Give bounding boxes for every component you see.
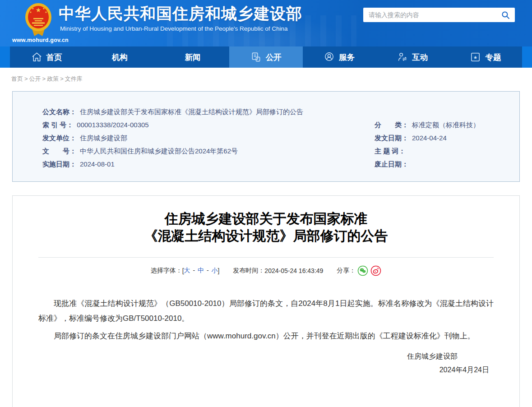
doc-field-title: 公文名称：住房城乡建设部关于发布国家标准《混凝土结构设计规范》局部修订的公告 — [42, 105, 519, 118]
doc-field-value: 000013338/2024-00305 — [77, 118, 148, 131]
article-meta-bar: 选择字体：[大 - 中 - 小] 发布时间：2024-05-24 16:43:4… — [38, 265, 494, 276]
nav-item-services[interactable]: 服务 — [303, 46, 376, 68]
share-label: 分享： — [337, 267, 356, 275]
doc-field-label: 发文单位： — [42, 131, 76, 144]
svg-text:★: ★ — [42, 7, 45, 10]
signature-date: 2024年4月24日 — [38, 363, 494, 377]
font-size-separator: - — [191, 267, 197, 274]
signature-name: 住房城乡建设部 — [38, 350, 494, 363]
breadcrumb: 首页>公开>政策>文件库 — [0, 68, 532, 91]
breadcrumb-item[interactable]: 公开 — [29, 75, 41, 82]
doc-field-label: 文 号： — [42, 144, 76, 157]
publish-time-label: 发布时间： — [233, 267, 264, 275]
site-header: ★ ★ ★ ★ ★ www.mohurd.gov.cn 中华人民共和国住房和城乡… — [0, 0, 532, 46]
article-paragraph: 局部修订的条文在住房城乡建设部门户网站（www.mohurd.gov.cn）公开… — [38, 328, 494, 343]
nav-item-open[interactable]: 公开 — [229, 46, 302, 68]
doc-info-full-row: 公文名称：住房城乡建设部关于发布国家标准《混凝土结构设计规范》局部修订的公告 — [42, 105, 519, 118]
breadcrumb-item[interactable]: 首页 — [11, 75, 23, 82]
doc-field-value: 标准定额（标准科技） — [412, 118, 480, 131]
site-url: www.mohurd.gov.cn — [12, 37, 69, 43]
doc-field-abolish-date: 废止日期： — [375, 157, 519, 171]
doc-field-doc-no: 文 号：中华人民共和国住房和城乡建设部公告2024年第62号 — [42, 144, 375, 157]
wechat-share-icon[interactable] — [357, 265, 368, 276]
doc-info-box: 公文名称：住房城乡建设部关于发布国家标准《混凝土结构设计规范》局部修订的公告 索… — [12, 91, 520, 182]
nav-item-label: 机构 — [112, 52, 128, 63]
site-title: 中华人民共和国住房和城乡建设部 — [59, 3, 302, 24]
doc-field-label: 分 类： — [375, 118, 408, 131]
nav-item-interaction[interactable]: 互动 — [376, 46, 449, 68]
nav-item-label: 专题 — [485, 52, 501, 63]
breadcrumb-separator: > — [24, 75, 28, 82]
main-nav: 首页机构新闻公开服务互动★专题 — [0, 46, 532, 68]
search-icon[interactable] — [496, 8, 515, 22]
search-input[interactable] — [363, 8, 496, 22]
doc-field-value: 住房城乡建设部 — [80, 131, 127, 144]
article-body: 现批准《混凝土结构设计规范》（GB50010-2010）局部修订的条文，自202… — [38, 296, 494, 343]
doc-info-right-column: 分 类：标准定额（标准科技）发文日期：2024-04-24主 题 词：废止日期： — [375, 118, 519, 171]
doc-field-index-no: 索 引 号：000013338/2024-00305 — [42, 118, 375, 131]
interaction-icon — [397, 51, 408, 63]
nav-item-label: 首页 — [46, 52, 62, 63]
breadcrumb-separator: > — [60, 75, 64, 82]
font-size-option-medium[interactable]: 中 — [198, 267, 204, 274]
home-icon — [31, 51, 42, 63]
font-size-separator: - — [205, 267, 210, 274]
doc-field-label: 索 引 号： — [42, 118, 73, 131]
font-size-selector: 大 - 中 - 小 — [184, 267, 218, 275]
nav-item-news[interactable]: 新闻 — [156, 46, 229, 68]
page: ★ ★ ★ ★ ★ www.mohurd.gov.cn 中华人民共和国住房和城乡… — [0, 0, 532, 407]
nav-item-label: 互动 — [412, 52, 428, 63]
doc-field-subject-words: 主 题 词： — [375, 144, 519, 157]
article-box: 住房城乡建设部关于发布国家标准《混凝土结构设计规范》局部修订的公告 选择字体：[… — [12, 195, 520, 407]
doc-field-value: 住房城乡建设部关于发布国家标准《混凝土结构设计规范》局部修订的公告 — [80, 105, 303, 118]
doc-field-category: 分 类：标准定额（标准科技） — [375, 118, 519, 131]
doc-field-issue-date: 发文日期：2024-04-24 — [375, 131, 519, 144]
weibo-share-icon[interactable] — [370, 265, 381, 276]
article-paragraph: 现批准《混凝土结构设计规范》（GB50010-2010）局部修订的条文，自202… — [38, 296, 494, 326]
doc-field-effective-date: 实施日期：2024-08-01 — [42, 157, 375, 171]
doc-field-label: 发文日期： — [375, 131, 408, 144]
doc-field-value: 2024-04-24 — [412, 131, 447, 144]
svg-text:★: ★ — [473, 55, 477, 60]
svg-text:★: ★ — [36, 6, 42, 14]
site-subtitle: Ministry of Housing and Urban-Rural Deve… — [60, 25, 288, 32]
title-divider — [38, 257, 494, 258]
font-size-option-small[interactable]: 小 — [211, 267, 217, 274]
nav-item-label: 公开 — [266, 52, 282, 63]
topics-icon: ★ — [470, 51, 481, 63]
nav-item-orgs[interactable]: 机构 — [83, 46, 156, 68]
nav-item-topics[interactable]: ★专题 — [449, 46, 522, 68]
nav-item-label: 新闻 — [185, 52, 201, 63]
main-nav-items: 首页机构新闻公开服务互动★专题 — [10, 46, 522, 68]
service-icon — [324, 51, 335, 63]
national-emblem-icon: ★ ★ ★ ★ ★ — [24, 2, 52, 37]
doc-field-value: 中华人民共和国住房和城乡建设部公告2024年第62号 — [80, 144, 238, 157]
breadcrumb-item: 文件库 — [65, 75, 83, 82]
font-selector-bracket-close: ] — [217, 267, 219, 274]
doc-field-label: 主 题 词： — [375, 144, 405, 157]
svg-text:★: ★ — [45, 11, 47, 14]
nav-item-home[interactable]: 首页 — [10, 46, 83, 68]
publish-time-value: 2024-05-24 16:43:49 — [264, 267, 323, 274]
article-title-line1: 住房城乡建设部关于发布国家标准 — [165, 211, 368, 226]
article-title-line2: 《混凝土结构设计规范》局部修订的公告 — [144, 228, 388, 243]
font-size-option-large[interactable]: 大 — [184, 267, 190, 274]
svg-text:★: ★ — [32, 7, 34, 10]
svg-text:★: ★ — [29, 11, 32, 14]
share-icons — [357, 265, 381, 276]
doc-field-label: 废止日期： — [375, 157, 408, 171]
doc-field-label: 实施日期： — [42, 157, 76, 171]
open-documents-icon — [250, 51, 262, 63]
nav-item-label: 服务 — [339, 52, 355, 63]
breadcrumb-separator: > — [42, 75, 46, 82]
doc-info-columns: 索 引 号：000013338/2024-00305发文单位：住房城乡建设部文 … — [42, 118, 519, 171]
doc-info-left-column: 索 引 号：000013338/2024-00305发文单位：住房城乡建设部文 … — [42, 118, 375, 171]
breadcrumb-item[interactable]: 政策 — [47, 75, 59, 82]
doc-field-issuing-unit: 发文单位：住房城乡建设部 — [42, 131, 375, 144]
doc-field-label: 公文名称： — [42, 105, 76, 118]
signature-block: 住房城乡建设部 2024年4月24日 — [38, 350, 494, 377]
doc-field-value: 2024-08-01 — [80, 157, 115, 171]
article-title: 住房城乡建设部关于发布国家标准《混凝土结构设计规范》局部修订的公告 — [38, 210, 494, 245]
font-selector-label: 选择字体： — [151, 267, 182, 275]
search-box — [363, 8, 515, 22]
